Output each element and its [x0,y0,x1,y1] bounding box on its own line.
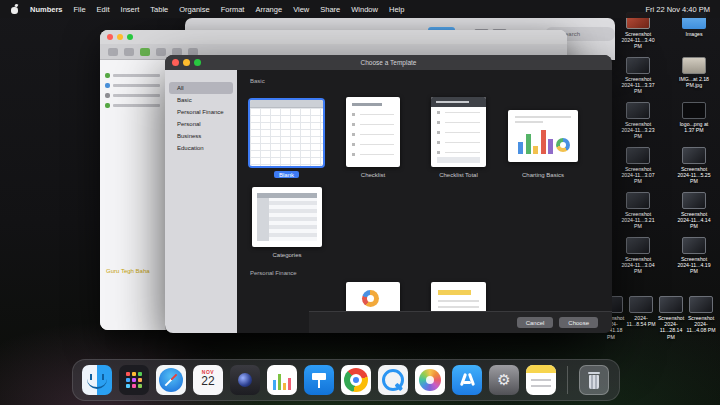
file-thumbnail [682,147,706,164]
dock-quicktime-icon[interactable] [378,365,408,395]
menu-bar: Numbers File Edit Insert Table Organise … [0,0,720,18]
template-label-blank: Blank [250,171,323,178]
choose-button[interactable]: Choose [559,317,598,328]
menu-item-arrange[interactable]: Arrange [255,5,282,14]
cancel-button[interactable]: Cancel [517,317,554,328]
menu-item-insert[interactable]: Insert [121,5,140,14]
calendar-day: 22 [193,375,223,387]
file-thumbnail [689,296,713,313]
desktop-icon-image-file[interactable]: IMG...at 2.18 PM.jpg [676,57,712,88]
dock-photos-icon[interactable] [415,365,445,395]
dock-finder-icon[interactable] [82,365,112,395]
menu-item-share[interactable]: Share [320,5,340,14]
close-button[interactable] [107,34,113,40]
template-category-sidebar: All Basic Personal Finance Personal Busi… [165,70,237,333]
template-label-checklist: Checklist [346,172,400,178]
menu-app-name[interactable]: Numbers [30,5,63,14]
desktop-icon-screenshot[interactable]: Screenshot 2024-11...5.25 PM [676,147,712,185]
template-card-blank[interactable] [250,100,323,166]
insert-button[interactable] [140,48,150,56]
file-thumbnail [682,237,706,254]
dock-launchpad-icon[interactable] [119,365,149,395]
desktop: Numbers File Edit Insert Table Organise … [0,0,720,405]
sheet-list-item[interactable] [100,100,165,110]
section-label-basic: Basic [250,78,265,84]
desktop-icon-screenshot[interactable]: Screenshot 2024-11...3.21 PM [620,192,656,230]
zoom-button[interactable] [124,48,134,56]
sidebar-item-personal-finance[interactable]: Personal Finance [169,106,233,118]
desktop-icon-screenshot[interactable]: 2024-11...8.54 PM [626,296,656,327]
template-card-categories[interactable] [252,187,322,247]
menu-item-file[interactable]: File [74,5,86,14]
desktop-icon-screenshot[interactable]: Screenshot 2024-11...3.37 PM [620,57,656,95]
file-label: Screenshot 2024-11...4.19 PM [676,256,712,275]
desktop-icon-screenshot[interactable]: Screenshot 2024-11...4.19 PM [676,237,712,275]
sheet-list-item[interactable] [100,80,165,90]
template-card-checklist[interactable] [346,97,400,167]
sheet-icon [105,83,110,88]
desktop-icon-screenshot[interactable]: Screenshot 2024-11...4.08 PM [686,296,716,334]
dock-notes-icon[interactable] [526,365,556,395]
calendar-event-text[interactable]: Guru Tegh Baha [106,268,150,274]
desktop-icon-screenshot[interactable]: Screenshot 2024-11...3.04 PM [620,237,656,275]
minimize-button[interactable] [117,34,123,40]
template-card-charting-basics[interactable] [508,110,578,162]
file-thumbnail [682,192,706,209]
dialog-title: Choose a Template [165,59,612,66]
template-label-charting-basics: Charting Basics [508,172,578,178]
file-thumbnail [626,237,650,254]
file-thumbnail [626,57,650,74]
template-card-checklist-total[interactable] [431,97,486,167]
desktop-icon-image-file[interactable]: logo...png at 1.37 PM [676,102,712,133]
sidebar-item-education[interactable]: Education [169,142,233,154]
table-button[interactable] [156,48,166,56]
dock: NOV 22 ⚙ [72,359,620,401]
apple-menu-icon[interactable] [10,4,19,15]
dock-keynote-icon[interactable] [304,365,334,395]
file-label: Screenshot 2024-11...3.37 PM [620,76,656,95]
sidebar-item-basic[interactable]: Basic [169,94,233,106]
menu-item-format[interactable]: Format [221,5,245,14]
dock-settings-icon[interactable]: ⚙ [489,365,519,395]
dock-safari-icon[interactable] [156,365,186,395]
dock-calendar-icon[interactable]: NOV 22 [193,365,223,395]
file-label: Screenshot 2024-11...4.14 PM [676,211,712,230]
menu-clock[interactable]: Fri 22 Nov 4:40 PM [645,5,710,14]
file-label: Screenshot 2024-11...3.07 PM [620,166,656,185]
zoom-button[interactable] [127,34,133,40]
file-thumbnail [626,192,650,209]
file-thumbnail [682,102,706,119]
sidebar-item-personal[interactable]: Personal [169,118,233,130]
menu-item-organise[interactable]: Organise [179,5,209,14]
sheet-icon [105,93,110,98]
menu-item-help[interactable]: Help [389,5,404,14]
desktop-icon-screenshot[interactable]: Screenshot 2024-11...28.14 PM [656,296,686,340]
menu-item-view[interactable]: View [293,5,309,14]
desktop-icon-screenshot[interactable]: Screenshot 2024-11...3.23 PM [620,102,656,140]
file-label: logo...png at 1.37 PM [676,121,712,133]
sheet-icon [105,103,110,108]
dock-photo-booth-icon[interactable] [230,365,260,395]
file-label: Screenshot 2024-11...3.21 PM [620,211,656,230]
template-label-checklist-total: Checklist Total [431,172,486,178]
sheet-list-item[interactable] [100,70,165,80]
numbers-sidebar: Guru Tegh Baha [100,60,166,330]
file-thumbnail [626,147,650,164]
template-label-categories: Categories [252,252,322,258]
sidebar-item-all[interactable]: All [169,82,233,94]
dock-trash-icon[interactable] [579,365,609,395]
view-button[interactable] [108,48,118,56]
template-grid: Basic Blank Checklist Che [237,70,612,333]
dock-chrome-icon[interactable] [341,365,371,395]
menu-item-table[interactable]: Table [150,5,168,14]
desktop-icon-screenshot[interactable]: Screenshot 2024-11...3.07 PM [620,147,656,185]
sheet-list-item[interactable] [100,90,165,100]
dock-app-store-icon[interactable] [452,365,482,395]
dock-numbers-icon[interactable] [267,365,297,395]
desktop-icon-screenshot[interactable]: Screenshot 2024-11...4.14 PM [676,192,712,230]
sheet-icon [105,73,110,78]
gear-icon: ⚙ [489,365,519,395]
sidebar-item-business[interactable]: Business [169,130,233,142]
menu-item-window[interactable]: Window [351,5,378,14]
menu-item-edit[interactable]: Edit [97,5,110,14]
